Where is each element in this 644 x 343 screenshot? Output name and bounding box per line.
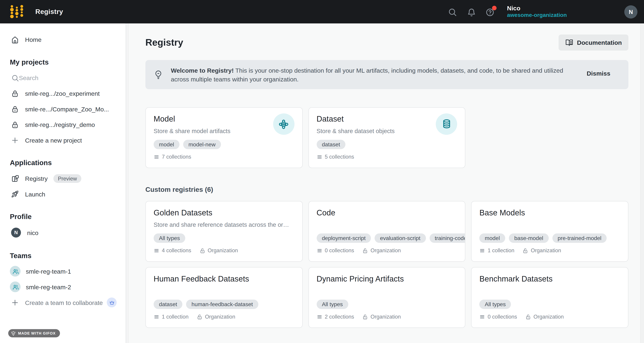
tag: All types [480,300,511,309]
user-organization: awesome-organization [507,12,567,19]
tag: deployment-script [316,233,371,243]
visibility-label: Organization [534,313,564,320]
registry-card-golden-datasets[interactable]: Golden Datasets Store and share referenc… [146,201,302,262]
registry-card-base-models[interactable]: Base Models model base-model pre-trained… [471,201,628,262]
custom-registries-grid: Golden Datasets Store and share referenc… [146,201,628,328]
unlock-icon [200,248,205,253]
profile-name: nico [27,229,38,236]
wandb-logo[interactable] [10,4,24,20]
card-title: Code [316,208,457,217]
collections-count: 0 collections [488,313,517,320]
page-title: Registry [146,35,183,48]
project-search [0,70,128,86]
collections-icon [316,314,322,319]
tag: evaluation-script [375,233,426,243]
bell-icon[interactable] [467,7,476,16]
sidebar-project-registry-demo[interactable]: smle-reg.../registry_demo [0,117,128,132]
create-team-button[interactable]: Create a team to collaborate [0,295,128,310]
sidebar-item-profile-nico[interactable]: N nico [0,224,128,241]
app-window: Registry Nico awesome-organization N Hom… [0,0,644,343]
visibility-label: Organization [205,313,235,320]
unlock-icon [197,314,202,319]
tag: training-code [430,233,465,243]
user-menu[interactable]: Nico awesome-organization [507,5,567,19]
model-icon [273,114,294,135]
registry-card-model[interactable]: Model Store & share model artifacts mode… [146,107,302,168]
tag-row: dataset [316,140,465,149]
team-label: smle-reg-team-2 [26,283,71,290]
book-icon [565,38,573,47]
teams-heading: Teams [0,249,128,263]
collections-count: 0 collections [325,247,354,254]
create-team-label: Create a team to collaborate [25,299,103,306]
gifox-watermark: MADE WITH GIFOX [8,329,60,337]
collections-icon [154,154,159,160]
unlock-icon [362,248,368,253]
tag: dataset [154,300,182,309]
sidebar-project-compare-zoo[interactable]: smle-re.../Compare_Zoo_Mo... [0,101,128,117]
sidebar-item-launch[interactable]: Launch [0,186,128,202]
visibility-label: Organization [370,247,401,254]
card-footer: 5 collections [316,154,354,160]
sidebar-team-2[interactable]: smle-reg-team-2 [0,279,128,295]
registry-card-dataset[interactable]: Dataset Store & share dataset objects da… [308,107,465,168]
topbar-actions: Nico awesome-organization N [448,0,637,24]
users-icon [10,281,20,292]
sidebar-item-label: Home [25,36,42,43]
unlock-icon [362,314,368,319]
collections-icon [316,248,322,253]
sidebar-item-home[interactable]: Home [0,32,128,47]
gifox-label: MADE WITH GIFOX [18,331,56,335]
user-name: Nico [507,5,567,12]
tag: model [154,140,180,149]
tag-row: deployment-script evaluation-script trai… [316,233,465,243]
card-footer: 2 collections Organization [316,313,401,320]
documentation-button[interactable]: Documentation [558,35,628,51]
sidebar-project-zoo-experiment[interactable]: smle-reg.../zoo_experiment [0,85,128,101]
collections-icon [480,314,485,319]
collections-count: 7 collections [162,154,191,160]
sidebar-item-registry[interactable]: Registry Preview [0,170,128,186]
help-icon[interactable] [486,7,495,16]
search-input[interactable] [19,74,101,81]
collections-count: 4 collections [162,247,191,254]
main-content: Registry Documentation Welcome to Regist… [128,24,644,343]
card-footer: 7 collections [154,154,191,160]
collections-count: 5 collections [325,154,354,160]
tag: All types [316,300,348,309]
card-footer: 0 collections Organization [480,313,564,320]
my-projects-heading: My projects [0,55,128,70]
welcome-text-bold: Welcome to Registry! [171,67,234,74]
plus-icon [11,136,19,144]
sidebar-team-1[interactable]: smle-reg-team-1 [0,263,128,279]
unlock-icon [525,314,531,319]
users-icon [10,266,20,276]
registry-card-dynamic-pricing-artifacts[interactable]: Dynamic Pricing Artifacts All types 2 co… [308,267,465,328]
card-title: Benchmark Datasets [480,274,620,284]
registry-card-human-feedback-datasets[interactable]: Human Feedback Datasets dataset human-fe… [146,267,302,328]
registry-card-benchmark-datasets[interactable]: Benchmark Datasets All types 0 collectio… [471,267,628,328]
card-footer: 1 collection Organization [480,247,561,254]
card-title: Human Feedback Datasets [154,274,294,284]
tag: base-model [509,233,548,243]
search-icon[interactable] [448,7,457,16]
tag-row: All types [480,300,628,309]
tag-row: model base-model pre-trained-model [480,233,628,243]
create-project-button[interactable]: Create a new project [0,132,128,148]
tag: All types [154,233,185,243]
tag: human-feedback-dataset [186,300,258,309]
avatar[interactable]: N [624,5,637,18]
tag-row: model model-new [154,140,302,149]
tag: model-new [183,140,221,149]
collections-count: 1 collection [162,313,188,320]
app-label: Registry [25,175,48,182]
visibility-label: Organization [208,247,238,254]
custom-registries-heading: Custom registries (6) [146,186,628,196]
unlock-icon [523,248,528,253]
tag: dataset [316,140,346,149]
registry-card-code[interactable]: Code deployment-script evaluation-script… [308,201,465,262]
lock-icon [11,105,19,113]
dismiss-button[interactable]: Dismiss [587,70,610,77]
grid-icon [11,174,19,182]
tag: pre-trained-model [552,233,607,243]
